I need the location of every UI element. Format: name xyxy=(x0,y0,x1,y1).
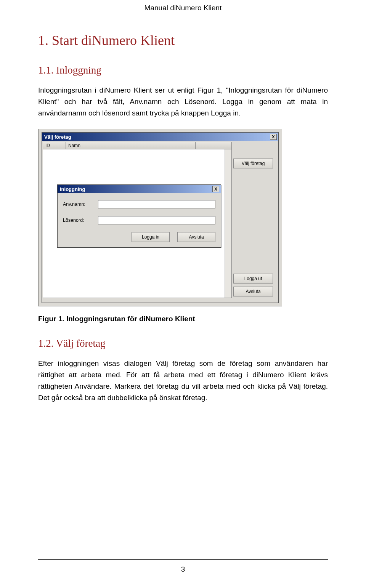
valj-foretag-button[interactable]: Välj företag xyxy=(233,159,273,168)
page-number: 3 xyxy=(38,565,328,574)
col-header-name[interactable]: Namn xyxy=(66,142,196,149)
company-table-header: ID Namn xyxy=(43,142,232,149)
label-password: Lösenord: xyxy=(63,218,98,223)
doc-header-title: Manual diNumero Klient xyxy=(38,4,328,12)
valj-foretag-window: Välj företag X ID Namn xyxy=(42,132,279,303)
scrollbar[interactable] xyxy=(225,149,231,298)
close-icon[interactable]: X xyxy=(270,134,277,140)
footer-rule xyxy=(38,559,328,560)
col-header-id[interactable]: ID xyxy=(43,142,66,149)
heading-section-1-1: 1.1. Inloggning xyxy=(38,64,328,76)
valj-foretag-titlebar: Välj företag X xyxy=(42,133,278,141)
heading-section-1: 1. Start diNumero Klient xyxy=(38,32,328,48)
password-input[interactable] xyxy=(98,216,215,224)
paragraph-1-2: Efter inloggningen visas dialogen Välj f… xyxy=(38,358,328,404)
col-header-spacer xyxy=(196,142,231,149)
avsluta-button[interactable]: Avsluta xyxy=(177,232,215,242)
close-icon[interactable]: X xyxy=(212,186,219,192)
valj-foretag-title: Välj företag xyxy=(43,134,270,140)
paragraph-1-1: Inloggningsrutan i diNumero Klient ser u… xyxy=(38,85,328,119)
label-username: Anv.namn: xyxy=(63,202,98,207)
logga-ut-button[interactable]: Logga ut xyxy=(233,274,273,284)
heading-section-1-2: 1.2. Välj företag xyxy=(38,338,328,349)
inloggning-window: Inloggning X Anv.namn: Lösenord: xyxy=(57,184,221,248)
header-rule xyxy=(38,14,328,14)
figure-1-caption: Figur 1. Inloggningsrutan för diNumero K… xyxy=(38,315,328,323)
username-input[interactable] xyxy=(98,200,215,208)
logga-in-button[interactable]: Logga in xyxy=(132,232,170,242)
inloggning-titlebar: Inloggning X xyxy=(58,185,221,193)
inloggning-title: Inloggning xyxy=(59,186,212,192)
avsluta-button[interactable]: Avsluta xyxy=(233,287,273,296)
figure-1-screenshot: Välj företag X ID Namn xyxy=(38,129,282,306)
